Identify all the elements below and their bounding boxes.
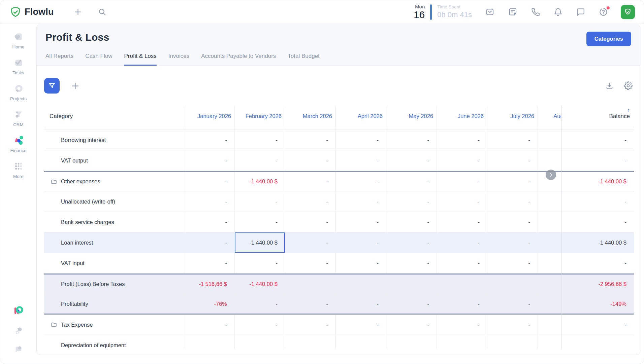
- month-value-cell[interactable]: -: [234, 294, 285, 314]
- month-value-cell[interactable]: -: [285, 315, 335, 335]
- month-value-cell[interactable]: -: [437, 253, 487, 273]
- month-value-cell[interactable]: -: [386, 315, 437, 335]
- month-value-cell[interactable]: -: [285, 212, 335, 232]
- tab-cash-flow[interactable]: Cash Flow: [85, 53, 112, 66]
- column-header-month[interactable]: April 2026: [335, 106, 386, 127]
- categories-button[interactable]: Categories: [586, 32, 631, 46]
- help-button[interactable]: [599, 7, 608, 16]
- month-value-cell[interactable]: -: [285, 130, 335, 150]
- month-value-cell[interactable]: [437, 275, 487, 294]
- month-value-cell[interactable]: -: [386, 191, 437, 212]
- quick-add-button[interactable]: [73, 7, 83, 16]
- month-value-cell[interactable]: -: [184, 212, 234, 232]
- month-value-cell[interactable]: -: [335, 191, 386, 212]
- month-value-cell[interactable]: -: [285, 232, 335, 253]
- row-category-cell[interactable]: Other expenses: [44, 172, 184, 191]
- month-value-cell[interactable]: -: [487, 253, 538, 273]
- export-button[interactable]: [605, 82, 614, 90]
- month-value-cell[interactable]: -: [386, 212, 437, 232]
- brand[interactable]: Flowlu: [10, 6, 54, 18]
- month-value-cell[interactable]: -: [335, 212, 386, 232]
- month-value-cell[interactable]: -: [487, 130, 538, 150]
- sidebar-item-home[interactable]: Home: [12, 31, 24, 49]
- portal-logo-button[interactable]: [12, 304, 25, 317]
- month-value-cell[interactable]: -: [184, 150, 234, 171]
- scroll-columns-next-button[interactable]: [546, 170, 556, 180]
- sidebar-item-more[interactable]: More: [12, 160, 25, 179]
- month-value-cell[interactable]: -: [335, 130, 386, 150]
- notifications-button[interactable]: [554, 8, 562, 16]
- sidebar-item-crm[interactable]: CRM: [12, 108, 25, 127]
- row-category-cell[interactable]: VAT output: [44, 150, 184, 171]
- notes-button[interactable]: [508, 7, 517, 16]
- month-value-cell[interactable]: -1 516,66 $: [184, 275, 234, 294]
- month-value-cell[interactable]: -: [487, 191, 538, 212]
- month-value-cell[interactable]: -: [335, 172, 386, 191]
- month-value-cell[interactable]: -: [234, 212, 285, 232]
- month-value-cell[interactable]: -: [335, 294, 386, 314]
- month-value-cell[interactable]: -: [285, 191, 335, 212]
- month-value-cell[interactable]: -: [437, 150, 487, 171]
- month-value-cell[interactable]: -: [386, 150, 437, 171]
- row-category-cell[interactable]: Unallocated (write-off): [44, 191, 184, 212]
- month-value-cell[interactable]: -: [335, 232, 386, 253]
- month-value-cell[interactable]: [487, 275, 538, 294]
- month-value-cell[interactable]: -: [487, 315, 538, 335]
- month-value-cell[interactable]: -: [487, 172, 538, 191]
- month-value-cell[interactable]: [335, 275, 386, 294]
- sidebar-item-finance[interactable]: Finance: [10, 134, 26, 153]
- month-value-cell[interactable]: -: [285, 294, 335, 314]
- month-value-cell[interactable]: -: [285, 150, 335, 171]
- month-value-cell[interactable]: -: [335, 150, 386, 171]
- month-value-cell[interactable]: [285, 275, 335, 294]
- row-category-cell[interactable]: VAT input: [44, 253, 184, 273]
- month-value-cell[interactable]: -: [386, 294, 437, 314]
- calendar-date[interactable]: Mon 16: [414, 4, 425, 20]
- messenger-button[interactable]: [576, 8, 585, 16]
- month-value-cell[interactable]: -: [437, 315, 487, 335]
- month-value-cell[interactable]: -: [335, 315, 386, 335]
- month-value-cell[interactable]: [184, 335, 234, 349]
- filter-button[interactable]: [44, 78, 60, 94]
- search-button[interactable]: [98, 8, 106, 16]
- tab-all-reports[interactable]: All Reports: [45, 53, 73, 66]
- month-value-cell[interactable]: [386, 335, 437, 349]
- feedback-button[interactable]: [13, 344, 24, 355]
- month-value-cell[interactable]: -: [184, 172, 234, 191]
- month-value-cell[interactable]: [234, 335, 285, 349]
- month-value-cell[interactable]: [386, 275, 437, 294]
- month-value-cell[interactable]: -: [285, 253, 335, 273]
- month-value-cell[interactable]: -: [487, 212, 538, 232]
- month-value-cell[interactable]: -1 440,00 $: [234, 275, 285, 294]
- row-category-cell[interactable]: Borrowing interest: [44, 130, 184, 150]
- month-value-cell[interactable]: -: [437, 294, 487, 314]
- column-header-month[interactable]: June 2026: [437, 106, 487, 127]
- month-value-cell[interactable]: -: [184, 253, 234, 273]
- add-filter-button[interactable]: [70, 81, 80, 91]
- month-value-cell[interactable]: -: [184, 191, 234, 212]
- row-category-cell[interactable]: Bank service charges: [44, 212, 184, 232]
- month-value-cell[interactable]: -: [234, 150, 285, 171]
- tab-profit-loss[interactable]: Profit & Loss: [124, 53, 156, 66]
- tab-total-budget[interactable]: Total Budget: [288, 53, 320, 66]
- selected-value-cell[interactable]: -1 440,00 $: [234, 232, 285, 253]
- month-value-cell[interactable]: -: [335, 253, 386, 273]
- month-value-cell[interactable]: -: [234, 315, 285, 335]
- month-value-cell[interactable]: -: [386, 232, 437, 253]
- month-value-cell[interactable]: -: [234, 191, 285, 212]
- month-value-cell[interactable]: -1 440,00 $: [234, 172, 285, 191]
- month-value-cell[interactable]: -: [184, 130, 234, 150]
- month-value-cell[interactable]: -: [234, 253, 285, 273]
- month-value-cell[interactable]: -: [285, 172, 335, 191]
- row-category-cell[interactable]: Profitability: [44, 294, 184, 314]
- month-value-cell[interactable]: -: [184, 232, 234, 253]
- month-value-cell[interactable]: -: [234, 130, 285, 150]
- month-value-cell[interactable]: -: [487, 232, 538, 253]
- account-avatar[interactable]: [621, 5, 635, 19]
- month-value-cell[interactable]: -: [487, 150, 538, 171]
- month-value-cell[interactable]: -: [437, 191, 487, 212]
- month-value-cell[interactable]: -: [437, 130, 487, 150]
- column-header-month[interactable]: February 2026: [234, 106, 285, 127]
- row-category-cell[interactable]: Tax Expense: [44, 315, 184, 335]
- month-value-cell[interactable]: -: [437, 232, 487, 253]
